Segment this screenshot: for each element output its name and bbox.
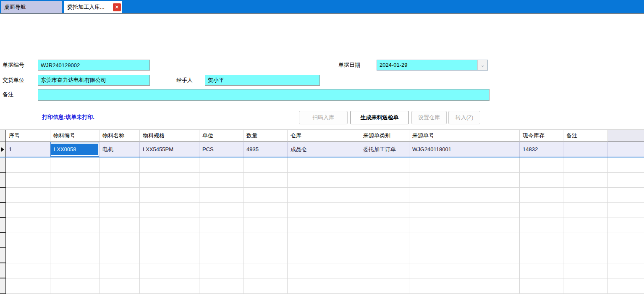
empty-cell[interactable] <box>6 158 50 173</box>
empty-cell[interactable] <box>140 263 199 278</box>
empty-cell[interactable] <box>288 263 360 278</box>
empty-cell[interactable] <box>243 278 288 294</box>
empty-cell[interactable] <box>409 248 520 263</box>
empty-cell[interactable] <box>6 203 50 218</box>
empty-cell[interactable] <box>50 218 99 233</box>
table-row[interactable]: 1LXX0058电机LXX5455PMPCS4935成品仓委托加工订单WJG24… <box>0 142 644 158</box>
empty-cell[interactable] <box>99 173 140 188</box>
doc-date-combobox[interactable]: 2024-01-29 ⌄ <box>377 60 488 71</box>
empty-grid-row[interactable] <box>0 218 644 233</box>
row-cell-10[interactable] <box>563 142 608 157</box>
empty-cell[interactable] <box>140 233 199 248</box>
empty-cell[interactable] <box>409 218 520 233</box>
empty-cell[interactable] <box>288 278 360 294</box>
row-cell-7[interactable]: 委托加工订单 <box>360 142 409 157</box>
empty-cell[interactable] <box>243 233 288 248</box>
empty-cell[interactable] <box>99 218 140 233</box>
empty-cell[interactable] <box>6 278 50 294</box>
empty-cell[interactable] <box>288 218 360 233</box>
empty-grid-row[interactable] <box>0 233 644 248</box>
row-cell-5[interactable]: 4935 <box>243 142 288 157</box>
empty-grid-row[interactable] <box>0 248 644 263</box>
empty-cell[interactable] <box>50 233 99 248</box>
empty-cell[interactable] <box>360 203 409 218</box>
column-header-4[interactable]: 单位 <box>199 130 243 142</box>
row-cell-9[interactable]: 14832 <box>520 142 563 157</box>
empty-cell[interactable] <box>199 158 243 173</box>
empty-cell[interactable] <box>563 188 608 203</box>
empty-cell[interactable] <box>360 218 409 233</box>
close-tab-icon[interactable]: ✕ <box>113 3 121 11</box>
empty-cell[interactable] <box>199 218 243 233</box>
column-header-7[interactable]: 来源单类别 <box>360 130 409 142</box>
empty-cell[interactable] <box>409 158 520 173</box>
empty-cell[interactable] <box>243 173 288 188</box>
empty-cell[interactable] <box>563 248 608 263</box>
column-header-5[interactable]: 数量 <box>243 130 288 142</box>
empty-cell[interactable] <box>563 158 608 173</box>
empty-cell[interactable] <box>50 203 99 218</box>
tab-consignment-inbound[interactable]: 委托加工入库... ✕ <box>64 1 122 13</box>
empty-cell[interactable] <box>6 173 50 188</box>
empty-cell[interactable] <box>520 188 563 203</box>
empty-cell[interactable] <box>243 158 288 173</box>
empty-cell[interactable] <box>243 188 288 203</box>
empty-cell[interactable] <box>6 248 50 263</box>
row-cell-8[interactable]: WJG240118001 <box>409 142 520 157</box>
empty-cell[interactable] <box>563 218 608 233</box>
empty-cell[interactable] <box>520 218 563 233</box>
empty-grid-row[interactable] <box>0 158 644 173</box>
empty-cell[interactable] <box>243 248 288 263</box>
empty-cell[interactable] <box>199 278 243 294</box>
empty-cell[interactable] <box>50 278 99 294</box>
empty-cell[interactable] <box>99 203 140 218</box>
empty-cell[interactable] <box>409 263 520 278</box>
empty-cell[interactable] <box>99 188 140 203</box>
empty-grid-row[interactable] <box>0 173 644 188</box>
row-cell-2[interactable]: 电机 <box>99 142 140 157</box>
empty-cell[interactable] <box>409 233 520 248</box>
empty-cell[interactable] <box>520 233 563 248</box>
empty-cell[interactable] <box>140 158 199 173</box>
empty-cell[interactable] <box>140 218 199 233</box>
column-header-8[interactable]: 来源单号 <box>409 130 520 142</box>
empty-cell[interactable] <box>520 278 563 294</box>
empty-grid-row[interactable] <box>0 203 644 218</box>
empty-cell[interactable] <box>288 158 360 173</box>
empty-cell[interactable] <box>409 173 520 188</box>
empty-cell[interactable] <box>409 203 520 218</box>
empty-cell[interactable] <box>243 263 288 278</box>
column-header-10[interactable]: 备注 <box>563 130 608 142</box>
empty-cell[interactable] <box>199 173 243 188</box>
row-cell-6[interactable]: 成品仓 <box>288 142 360 157</box>
empty-cell[interactable] <box>360 248 409 263</box>
empty-cell[interactable] <box>563 173 608 188</box>
empty-cell[interactable] <box>520 203 563 218</box>
empty-cell[interactable] <box>6 233 50 248</box>
empty-cell[interactable] <box>199 233 243 248</box>
empty-cell[interactable] <box>563 203 608 218</box>
empty-cell[interactable] <box>520 248 563 263</box>
empty-cell[interactable] <box>199 203 243 218</box>
empty-cell[interactable] <box>50 248 99 263</box>
empty-cell[interactable] <box>288 203 360 218</box>
empty-cell[interactable] <box>360 263 409 278</box>
empty-cell[interactable] <box>140 248 199 263</box>
empty-cell[interactable] <box>140 188 199 203</box>
chevron-down-icon[interactable]: ⌄ <box>477 60 487 70</box>
row-cell-3[interactable]: LXX5455PM <box>140 142 199 157</box>
empty-cell[interactable] <box>99 263 140 278</box>
empty-cell[interactable] <box>288 173 360 188</box>
column-header-3[interactable]: 物料规格 <box>140 130 199 142</box>
empty-cell[interactable] <box>409 188 520 203</box>
toolbar-button-1[interactable]: 生成来料送检单 <box>350 111 409 124</box>
row-cell-1[interactable]: LXX0058 <box>50 142 99 157</box>
empty-cell[interactable] <box>520 173 563 188</box>
selected-cell-editor[interactable]: LXX0058 <box>50 142 99 157</box>
empty-cell[interactable] <box>50 263 99 278</box>
row-cell-4[interactable]: PCS <box>199 142 243 157</box>
empty-grid-row[interactable] <box>0 278 644 294</box>
empty-cell[interactable] <box>288 248 360 263</box>
row-cell-0[interactable]: 1 <box>6 142 50 157</box>
empty-cell[interactable] <box>199 248 243 263</box>
